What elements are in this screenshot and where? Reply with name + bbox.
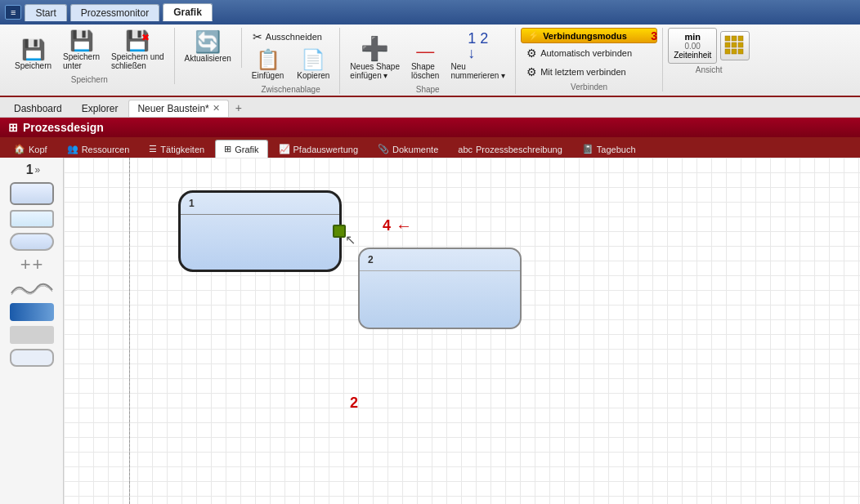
delete-line-icon: — bbox=[416, 42, 434, 60]
red-arrow-icon: ← bbox=[396, 216, 412, 235]
process-tab-grafik[interactable]: ⊞ Grafik bbox=[215, 140, 267, 158]
sidebar-number: 1 bbox=[26, 163, 34, 177]
verbinden-group-label: Verbinden bbox=[571, 83, 607, 91]
plus-icon: ➕ bbox=[361, 38, 389, 60]
einfuegen-button[interactable]: 📋 Einfügen bbox=[247, 47, 289, 83]
shape-gradient-bar[interactable] bbox=[10, 303, 54, 321]
process-tab-ressourcen[interactable]: 👥 Ressourcen bbox=[58, 140, 139, 158]
save-under-button[interactable]: 💾 Speichernunter bbox=[58, 28, 105, 74]
svg-rect-2 bbox=[738, 36, 743, 41]
speichern-group-label: Speichern bbox=[71, 75, 108, 84]
shape-node-1[interactable]: 1 ↖ bbox=[178, 190, 342, 272]
number-2-label: 2 bbox=[350, 395, 358, 411]
grid-button[interactable] bbox=[720, 31, 750, 60]
paste-icon: 📋 bbox=[256, 50, 280, 69]
shape-box-outline[interactable] bbox=[10, 349, 54, 367]
tab-explorer[interactable]: Explorer bbox=[73, 100, 128, 117]
save-close-button[interactable]: 💾✖ Speichern undschließen bbox=[106, 28, 169, 74]
save-icon: 💾 bbox=[21, 40, 46, 60]
save-close-icon: 💾✖ bbox=[125, 31, 150, 51]
ausschneiden-button[interactable]: ✂ Ausschneiden bbox=[247, 28, 335, 46]
number3-label: 3 bbox=[651, 29, 657, 42]
shape-rounded-rect[interactable] bbox=[10, 182, 54, 205]
ribbon: 💾 Speichern 💾 Speichernunter 💾✖ Speicher… bbox=[0, 25, 860, 97]
process-tab-prozessbeschreibung[interactable]: abc Prozessbeschreibung bbox=[449, 140, 571, 158]
svg-rect-3 bbox=[725, 42, 730, 47]
process-tab-dokumente[interactable]: 📎 Dokumente bbox=[369, 140, 447, 158]
ribbon-group-zwischenablage: ✂ Ausschneiden 📋 Einfügen 📄 Kopieren bbox=[242, 28, 341, 94]
prozessdesign-icon: ⊞ bbox=[8, 121, 18, 134]
ribbon-group-ansicht: min 0.00 Zeiteinheit bbox=[663, 28, 755, 74]
shape-1-divider bbox=[181, 214, 339, 215]
dokumente-icon: 📎 bbox=[378, 144, 389, 154]
section-header: ⊞ Prozessdesign bbox=[0, 118, 860, 137]
ribbon-group-verbinden: ⚡ Verbindungsmodus ⚙ Automatisch verbind… bbox=[516, 28, 663, 91]
process-tabs: 🏠 Kopf 👥 Ressourcen ☰ Tätigkeiten ⊞ Graf… bbox=[0, 137, 860, 158]
add-tab-button[interactable]: + bbox=[231, 99, 247, 117]
connector-cursor-icon: ↖ bbox=[345, 232, 356, 248]
shape-1-label: 1 bbox=[189, 198, 195, 209]
grid-icon bbox=[724, 35, 746, 56]
app-window: ≡ Start Prozessmonitor Grafik 💾 Speicher… bbox=[0, 0, 860, 504]
cross-shape[interactable]: + bbox=[20, 256, 31, 274]
sidebar-expand-button[interactable]: » bbox=[35, 164, 41, 176]
process-tab-pfadauswertung[interactable]: 📈 Pfadauswertung bbox=[270, 140, 368, 158]
ribbon-group-aktualisieren: 🔄 Aktualisieren bbox=[175, 28, 242, 68]
number-4-label: 4 bbox=[383, 217, 391, 234]
neues-shape-button[interactable]: ➕ Neues Shapeeinfügen ▾ bbox=[345, 34, 405, 83]
ribbon-group-shape: ➕ Neues Shapeeinfügen ▾ — Shapelöschen 1… bbox=[340, 28, 516, 94]
svg-rect-4 bbox=[732, 42, 737, 47]
pfad-icon: 📈 bbox=[279, 144, 290, 154]
canvas-divider bbox=[129, 158, 130, 504]
ansicht-group-label: Ansicht bbox=[696, 65, 723, 74]
save-under-icon: 💾 bbox=[69, 31, 94, 51]
last-connect-icon: ⚙ bbox=[526, 65, 537, 78]
val-label: 0.00 bbox=[684, 42, 700, 51]
shape-connector-handle[interactable] bbox=[333, 225, 346, 238]
svg-rect-1 bbox=[732, 36, 737, 41]
title-tab-prozessmonitor[interactable]: Prozessmonitor bbox=[70, 4, 159, 21]
title-bar: ≡ Start Prozessmonitor Grafik bbox=[0, 0, 860, 25]
process-tab-tagebuch[interactable]: 📓 Tagebuch bbox=[573, 140, 645, 158]
kopieren-button[interactable]: 📄 Kopieren bbox=[292, 47, 334, 83]
cross-shape-2[interactable]: + bbox=[33, 256, 43, 274]
last-connect-button[interactable]: ⚙ Mit letztem verbinden bbox=[521, 63, 657, 81]
zeiteinheit-button[interactable]: min 0.00 Zeiteinheit bbox=[668, 28, 717, 64]
refresh-icon: 🔄 bbox=[195, 31, 221, 52]
menu-button[interactable]: ≡ bbox=[5, 5, 21, 20]
shape-sidebar: 1 » + + bbox=[0, 158, 64, 504]
save-button[interactable]: 💾 Speichern bbox=[10, 37, 56, 74]
svg-rect-6 bbox=[725, 49, 730, 54]
tab-dashboard[interactable]: Dashboard bbox=[5, 100, 71, 117]
svg-rect-8 bbox=[738, 49, 743, 54]
title-tab-start[interactable]: Start bbox=[25, 4, 66, 21]
verbindungsmodus-button[interactable]: ⚡ Verbindungsmodus bbox=[521, 28, 657, 43]
process-tab-taetigkeiten[interactable]: ☰ Tätigkeiten bbox=[140, 140, 213, 158]
shape-wave[interactable] bbox=[10, 279, 54, 298]
shape-gray-bar[interactable] bbox=[10, 326, 54, 344]
connect-mode-icon: ⚡ bbox=[528, 30, 540, 41]
canvas-annotation-2: 2 bbox=[350, 395, 358, 412]
min-label: min bbox=[684, 32, 701, 42]
aktualisieren-button[interactable]: 🔄 Aktualisieren bbox=[180, 28, 236, 66]
prozessdesign-title: Prozessdesign bbox=[23, 121, 104, 134]
ressourcen-icon: 👥 bbox=[67, 144, 78, 154]
canvas-area[interactable]: 1 ↖ 4 ← 2 2 bbox=[64, 158, 860, 504]
shape-loeschen-button[interactable]: — Shapelöschen bbox=[406, 39, 444, 83]
auto-connect-icon: ⚙ bbox=[526, 47, 537, 60]
svg-rect-5 bbox=[738, 42, 743, 47]
title-tab-grafik[interactable]: Grafik bbox=[163, 3, 213, 21]
shape-node-2[interactable]: 2 bbox=[358, 248, 522, 329]
shape-group-label: Shape bbox=[416, 85, 440, 94]
shape-2-label: 2 bbox=[368, 254, 374, 265]
shape-round-small[interactable] bbox=[10, 233, 54, 251]
grafik-icon: ⊞ bbox=[224, 144, 231, 154]
auto-connect-button[interactable]: ⚙ Automatisch verbinden bbox=[521, 44, 657, 62]
shape-outline-rect[interactable] bbox=[10, 210, 54, 228]
tab-neuer-baustein[interactable]: Neuer Baustein* ✕ bbox=[128, 100, 228, 117]
tab-close-icon[interactable]: ✕ bbox=[213, 103, 220, 114]
prozessbeschreibung-icon: abc bbox=[458, 145, 473, 154]
zwischenablage-group-label: Zwischenablage bbox=[261, 85, 320, 94]
neu-nummerieren-button[interactable]: 1 2↓ Neunummerieren ▾ bbox=[446, 28, 510, 83]
process-tab-kopf[interactable]: 🏠 Kopf bbox=[5, 140, 56, 158]
